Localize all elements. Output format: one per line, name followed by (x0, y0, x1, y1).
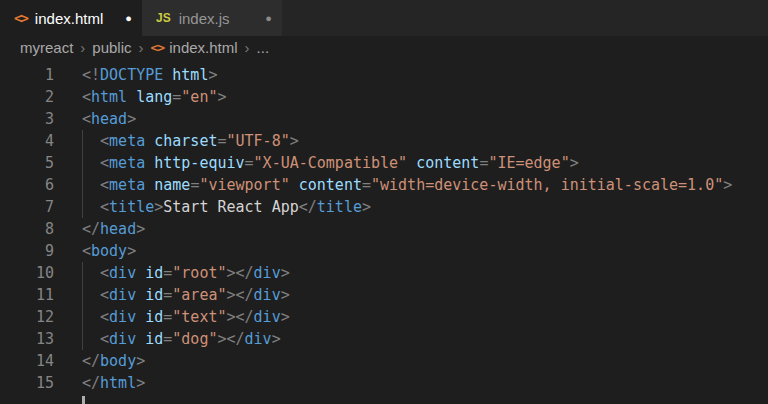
line-number[interactable]: 5 (0, 152, 54, 174)
line-number[interactable]: 1 (0, 64, 54, 86)
breadcrumb-item-public[interactable]: public (92, 39, 131, 56)
indent-guide (82, 284, 83, 306)
code-line[interactable]: 2<html lang="en"> (0, 86, 768, 108)
breadcrumb: myreact › public › <> index.html › ... (0, 36, 768, 58)
line-number[interactable]: 14 (0, 350, 54, 372)
breadcrumb-item-myreact[interactable]: myreact (20, 39, 73, 56)
line-number[interactable]: 11 (0, 284, 54, 306)
code-line[interactable]: 3<head> (0, 108, 768, 130)
chevron-right-icon: › (139, 39, 144, 56)
breadcrumb-item-symbol-ellipsis[interactable]: ... (257, 39, 270, 56)
code-line[interactable]: 6 <meta name="viewport" content="width=d… (0, 174, 768, 196)
indent-guide (82, 196, 83, 218)
html-file-icon: <> (14, 10, 27, 26)
line-number[interactable]: 3 (0, 108, 54, 130)
indent-guide (82, 328, 83, 350)
line-number[interactable]: 8 (0, 218, 54, 240)
line-number[interactable]: 7 (0, 196, 54, 218)
line-number[interactable]: 13 (0, 328, 54, 350)
line-number[interactable]: 10 (0, 262, 54, 284)
vscode-window: <> index.html ● JS index.js ● myreact › … (0, 0, 768, 404)
modified-dot-icon[interactable]: ● (125, 13, 132, 24)
code-text: </head> (82, 218, 768, 240)
code-text: </html> (82, 372, 768, 394)
indent-guide (82, 306, 83, 328)
line-number[interactable]: 9 (0, 240, 54, 262)
indent-guide (82, 130, 83, 152)
tab-label: index.js (179, 10, 230, 27)
code-lines: 1<!DOCTYPE html>2<html lang="en">3<head>… (0, 64, 768, 394)
js-file-icon: JS (156, 11, 171, 25)
modified-dot-icon[interactable]: ● (265, 13, 272, 24)
breadcrumb-item-index-html[interactable]: index.html (169, 39, 237, 56)
code-line[interactable]: 14</body> (0, 350, 768, 372)
code-text: <div id="dog"></div> (82, 328, 768, 350)
line-number[interactable]: 12 (0, 306, 54, 328)
tab-label: index.html (35, 10, 103, 27)
code-line[interactable]: 8</head> (0, 218, 768, 240)
chevron-right-icon: › (245, 39, 250, 56)
code-text: <title>Start React App</title> (82, 196, 768, 218)
line-number[interactable]: 4 (0, 130, 54, 152)
code-editor[interactable]: 1<!DOCTYPE html>2<html lang="en">3<head>… (0, 58, 768, 404)
line-number[interactable]: 2 (0, 86, 54, 108)
chevron-right-icon: › (80, 39, 85, 56)
line-number[interactable]: 6 (0, 174, 54, 196)
code-line[interactable]: 10 <div id="root"></div> (0, 262, 768, 284)
code-line[interactable]: 5 <meta http-equiv="X-UA-Compatible" con… (0, 152, 768, 174)
indent-guide (82, 152, 83, 174)
code-text: <div id="root"></div> (82, 262, 768, 284)
tab-index-js[interactable]: JS index.js ● (142, 0, 283, 36)
code-text: <head> (82, 108, 768, 130)
code-line[interactable]: 11 <div id="area"></div> (0, 284, 768, 306)
code-text: <html lang="en"> (82, 86, 768, 108)
indent-guide (82, 174, 83, 196)
code-text: <body> (82, 240, 768, 262)
code-line[interactable]: 9<body> (0, 240, 768, 262)
line-number[interactable]: 15 (0, 372, 54, 394)
text-cursor (82, 396, 85, 404)
code-line[interactable]: 1<!DOCTYPE html> (0, 64, 768, 86)
code-text: <meta name="viewport" content="width=dev… (82, 174, 768, 196)
code-text: <div id="area"></div> (82, 284, 768, 306)
code-line[interactable]: 12 <div id="text"></div> (0, 306, 768, 328)
indent-guide (82, 262, 83, 284)
tab-index-html[interactable]: <> index.html ● (0, 0, 142, 36)
code-text: <meta charset="UTF-8"> (82, 130, 768, 152)
tab-bar: <> index.html ● JS index.js ● (0, 0, 768, 36)
code-line[interactable]: 15</html> (0, 372, 768, 394)
code-line[interactable]: 13 <div id="dog"></div> (0, 328, 768, 350)
code-text: <!DOCTYPE html> (82, 64, 768, 86)
code-text: </body> (82, 350, 768, 372)
code-line[interactable]: 7 <title>Start React App</title> (0, 196, 768, 218)
code-text: <div id="text"></div> (82, 306, 768, 328)
code-text: <meta http-equiv="X-UA-Compatible" conte… (82, 152, 768, 174)
code-line[interactable]: 4 <meta charset="UTF-8"> (0, 130, 768, 152)
html-file-icon: <> (151, 40, 165, 55)
